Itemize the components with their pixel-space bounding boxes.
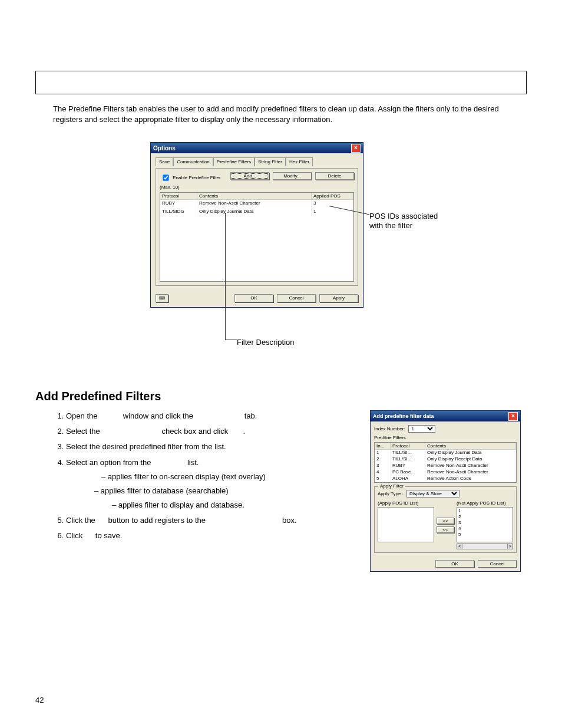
close-icon[interactable]: × — [351, 144, 361, 153]
list-item[interactable]: 1 — [458, 508, 511, 514]
table-row[interactable]: 2TILL/SI...Only Display Receipt Data — [375, 456, 516, 463]
ok-button[interactable]: OK — [435, 560, 474, 568]
table-row[interactable]: RUBYRemove Non-Ascii Character3 — [160, 200, 353, 208]
tab-communication[interactable]: Communication — [173, 157, 213, 166]
dlg2-title: Add predefine filter data — [373, 413, 434, 419]
options-titlebar: Options × — [151, 143, 363, 153]
heading-add-predefined-filters: Add Predefined Filters — [35, 390, 527, 403]
scroll-right-icon[interactable]: > — [507, 543, 513, 549]
modify-button[interactable]: Modify... — [273, 172, 312, 180]
ok-button[interactable]: OK — [234, 294, 273, 302]
index-number-label: Index Number: — [374, 426, 405, 431]
step-4-sub3: – applies filter to display and database… — [112, 499, 352, 511]
col-applied-pos[interactable]: Applied POS — [312, 193, 353, 200]
table-row[interactable]: 5ALOHARemove Action Code — [375, 476, 516, 482]
not-apply-pos-id-list[interactable]: 12345 — [457, 507, 513, 542]
step-6: Click to save. — [66, 530, 352, 542]
table-row[interactable]: TILL/SIDGOnly Display Journal Data1 — [160, 208, 353, 216]
col-index[interactable]: In... — [375, 443, 391, 450]
callout-leader-line-2 — [225, 213, 237, 340]
step-4-sub1: – applies filter to on-screen display (t… — [101, 471, 352, 483]
apply-pos-id-list-label: (Apply POS ID List) — [378, 500, 434, 506]
index-number-select[interactable]: 1 — [408, 425, 435, 433]
options-title: Options — [153, 145, 176, 151]
apply-type-select[interactable]: Display & Store — [406, 490, 459, 498]
tab-predefine-filters[interactable]: Predefine Filters — [213, 157, 254, 166]
col-contents[interactable]: Contents — [425, 443, 516, 450]
move-left-button[interactable]: << — [437, 526, 454, 533]
step-2: Select the check box and click . — [66, 426, 352, 437]
step-5: Click the button to add registers to the… — [66, 515, 352, 526]
step-1: Open the window and click the tab. — [66, 410, 352, 422]
intro-paragraph: The Predefine Filters tab enables the us… — [53, 104, 527, 124]
move-right-button[interactable]: >> — [437, 518, 454, 524]
predefine-filter-grid[interactable]: In... Protocol Contents 1TILL/SI...Only … — [374, 442, 517, 483]
options-dialog: Options × Save Communication Predefine F… — [150, 142, 363, 308]
list-item[interactable]: 4 — [458, 526, 511, 532]
not-apply-pos-id-list-label: (Not Apply POS ID List) — [457, 500, 513, 506]
table-row[interactable]: 3RUBYRemove Non-Ascii Character — [375, 463, 516, 469]
tab-save[interactable]: Save — [156, 157, 173, 166]
apply-filter-legend: Apply Filter — [378, 483, 405, 489]
cancel-button[interactable]: Cancel — [478, 560, 517, 568]
predfine-filters-label: Predfine Filters — [374, 435, 517, 440]
scroll-left-icon[interactable]: < — [457, 543, 462, 549]
step-3: Select the desired predefined filter fro… — [66, 441, 352, 453]
apply-type-label: Apply Type : — [378, 491, 404, 496]
cancel-button[interactable]: Cancel — [277, 294, 316, 302]
list-item[interactable]: 5 — [458, 532, 511, 538]
apply-pos-id-list[interactable] — [378, 507, 434, 542]
table-row[interactable]: 1TILL/SI...Only Display Journal Data — [375, 450, 516, 456]
table-row[interactable]: 4PC Base...Remove Non-Ascii Character — [375, 469, 516, 476]
figure-options-dialog: Options × Save Communication Predefine F… — [69, 142, 493, 354]
keyboard-icon[interactable]: ⌨ — [156, 294, 168, 302]
close-icon[interactable]: × — [508, 412, 518, 421]
list-item[interactable]: 2 — [458, 514, 511, 520]
filter-grid[interactable]: Protocol Contents Applied POS RUBYRemove… — [160, 192, 354, 282]
col-protocol[interactable]: Protocol — [160, 193, 197, 200]
apply-filter-group: Apply Filter Apply Type : Display & Stor… — [374, 486, 517, 553]
dlg2-titlebar: Add predefine filter data × — [371, 411, 520, 421]
delete-button[interactable]: Delete — [315, 172, 354, 180]
max-label: (Max. 10) — [160, 185, 221, 190]
add-predefine-filter-dialog: Add predefine filter data × Index Number… — [370, 410, 521, 572]
page-number: 42 — [35, 696, 44, 704]
step-4: Select an option from the list. – applie… — [66, 457, 352, 512]
enable-predefine-filter-checkbox[interactable] — [163, 174, 168, 180]
steps-list: Open the window and click the tab. Selec… — [53, 410, 352, 545]
col-protocol[interactable]: Protocol — [391, 443, 425, 450]
scroll-track[interactable] — [462, 543, 507, 549]
step-4-sub2: – applies filter to database (searchable… — [94, 485, 352, 497]
horizontal-scrollbar[interactable]: < > — [457, 543, 513, 549]
tab-hex-filter[interactable]: Hex Filter — [286, 157, 313, 166]
list-item[interactable]: 3 — [458, 520, 511, 526]
tab-string-filter[interactable]: String Filter — [254, 157, 286, 166]
tabs: Save Communication Predefine Filters Str… — [156, 157, 358, 166]
add-button[interactable]: Add... — [230, 172, 269, 180]
apply-button[interactable]: Apply — [319, 294, 358, 302]
callout-filter-description: Filter Description — [237, 338, 295, 347]
col-contents[interactable]: Contents — [197, 193, 312, 200]
callout-pos-ids: POS IDs associated with the filter — [369, 212, 458, 231]
top-border-frame — [35, 71, 527, 94]
enable-predefine-filter-label: Enable Predefine Filter — [173, 175, 220, 180]
